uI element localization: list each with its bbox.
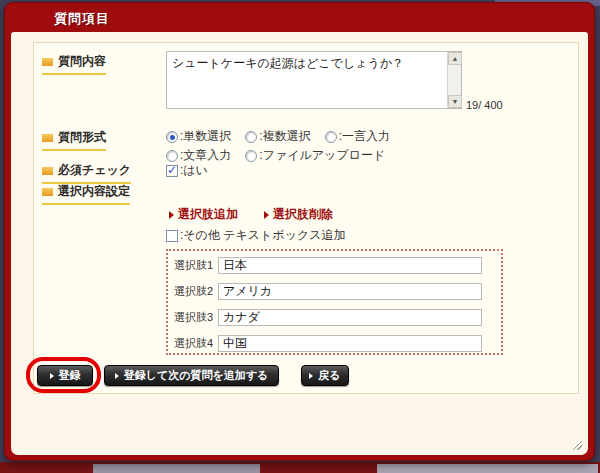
choice-row-1: 選択肢1 [174,257,482,274]
radio-icon[interactable] [245,150,257,162]
selection-settings-label: 選択内容設定 [42,183,130,205]
orange-square-icon [42,188,53,196]
delete-choice-link[interactable]: 選択肢削除 [264,206,333,223]
format-options-row-1: :単数選択 :複数選択 :一言入力 [166,128,390,145]
textarea-scrollbar[interactable]: ▲ ▼ [447,52,461,108]
choice-row-4: 選択肢4 [174,335,482,352]
radio-option-file-upload[interactable]: :ファイルアップロード [245,147,385,164]
question-content-label: 質問内容 [42,53,106,75]
register-button[interactable]: 登録 [37,365,93,386]
required-check-label: 必須チェック [42,162,131,184]
choice-row-2: 選択肢2 [174,283,482,300]
choice-2-input[interactable] [218,283,482,300]
scroll-down-icon[interactable]: ▼ [448,95,462,108]
orange-square-icon [42,58,53,66]
right-triangle-icon [50,373,54,379]
choice-4-input[interactable] [218,335,482,352]
background-scrollbar-thumb [93,464,260,473]
checkbox-icon[interactable] [166,230,178,242]
radio-option-one-word[interactable]: :一言入力 [325,128,390,145]
form-panel: 質問内容 シュートケーキの起源はどこでしょうか？ ▲ ▼ 19/ 400 質問形… [33,42,579,394]
add-choice-link[interactable]: 選択肢追加 [169,206,238,223]
register-and-add-next-button[interactable]: 登録して次の質問を追加する [104,365,279,386]
radio-icon[interactable] [166,150,178,162]
other-textbox-checkbox-option[interactable]: :その他 テキストボックス追加 [166,227,345,244]
choices-box: 選択肢1 選択肢2 選択肢3 選択肢4 [166,249,503,355]
right-triangle-icon [169,211,174,219]
radio-icon[interactable] [325,131,337,143]
back-button[interactable]: 戻る [301,365,349,386]
page-background: 質問項目 質問内容 シュートケーキの起源はどこでしょうか？ ▲ ▼ 19/ 40… [0,0,600,473]
dialog-title: 質問項目 [54,10,110,28]
orange-square-icon [42,167,53,175]
question-content-textarea[interactable]: シュートケーキの起源はどこでしょうか？ [166,51,462,109]
right-triangle-icon [264,211,269,219]
right-triangle-icon [115,373,119,379]
background-scrollbar-thumb [377,464,598,473]
required-checkbox-option[interactable]: :はい [166,162,208,179]
dialog-body: 質問内容 シュートケーキの起源はどこでしょうか？ ▲ ▼ 19/ 400 質問形… [11,32,588,455]
char-counter: 19/ 400 [466,99,503,111]
choice-row-3: 選択肢3 [174,309,482,326]
radio-icon[interactable] [245,131,257,143]
choice-3-input[interactable] [218,309,482,326]
radio-icon[interactable] [166,131,178,143]
radio-option-single[interactable]: :単数選択 [166,128,231,145]
orange-square-icon [42,134,53,142]
radio-option-multiple[interactable]: :複数選択 [245,128,310,145]
scroll-up-icon[interactable]: ▲ [448,52,462,65]
question-format-label: 質問形式 [42,129,106,151]
choice-links-row: 選択肢追加 選択肢削除 [169,206,333,223]
resize-handle-icon[interactable] [573,441,582,450]
checkbox-icon[interactable] [166,165,178,177]
required-check-row: :はい [166,162,208,179]
right-triangle-icon [309,373,313,379]
other-textbox-row: :その他 テキストボックス追加 [166,227,345,244]
question-item-dialog: 質問項目 質問内容 シュートケーキの起源はどこでしょうか？ ▲ ▼ 19/ 40… [4,2,595,461]
choice-1-input[interactable] [218,257,482,274]
